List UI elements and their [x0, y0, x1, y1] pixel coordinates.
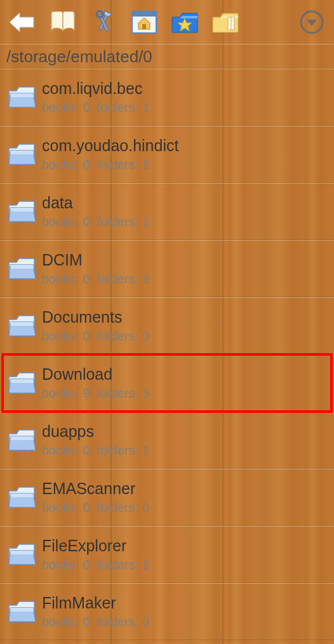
folder-meta: books: 0 folders: 1 [42, 215, 149, 229]
folder-icon [8, 199, 36, 224]
folder-text: com.youdao.hindictbooks: 0 folders: 1 [42, 137, 178, 172]
folder-text: EMAScannerbooks: 0 folders: 0 [42, 480, 149, 515]
folder-row[interactable]: com.liqvid.becbooks: 0 folders: 1 [0, 69, 334, 126]
folder-text: duappsbooks: 0 folders: 1 [42, 422, 149, 458]
folder-icon [8, 370, 36, 396]
folder-text: Documentsbooks: 0 folders: 0 [42, 308, 149, 344]
folder-name: Documents [42, 308, 149, 326]
folder-row[interactable]: FilmMakerbooks: 0 folders: 0 [0, 583, 334, 640]
folder-name: duapps [42, 422, 149, 441]
toolbar [0, 0, 334, 44]
folder-text: com.liqvid.becbooks: 0 folders: 1 [42, 79, 149, 115]
folder-row[interactable]: FileExplorerbooks: 0 folders: 1 [0, 526, 334, 583]
folder-row[interactable]: duappsbooks: 0 folders: 1 [0, 412, 334, 469]
svg-rect-6 [142, 24, 146, 29]
folder-icon [8, 542, 36, 567]
folder-text: FileExplorerbooks: 0 folders: 1 [42, 537, 149, 572]
folder-meta: books: 0 folders: 3 [42, 272, 149, 286]
folder-name: com.liqvid.bec [42, 79, 149, 98]
folder-icon [8, 427, 36, 453]
folder-text: DCIMbooks: 0 folders: 3 [42, 251, 149, 286]
folder-meta: books: 0 folders: 0 [42, 615, 149, 629]
folder-meta: books: 0 folders: 1 [42, 158, 178, 172]
folder-name: com.youdao.hindict [42, 137, 178, 155]
folder-name: DCIM [42, 251, 149, 269]
home-button[interactable] [128, 6, 160, 38]
folder-list: com.liqvid.becbooks: 0 folders: 1com.you… [0, 69, 334, 640]
folder-icon [8, 142, 36, 167]
folder-row[interactable]: com.youdao.hindictbooks: 0 folders: 1 [0, 126, 334, 183]
favorites-button[interactable] [169, 6, 201, 38]
folder-text: FilmMakerbooks: 0 folders: 0 [42, 594, 149, 629]
folder-icon [8, 313, 36, 339]
folder-text: databooks: 0 folders: 1 [42, 194, 149, 229]
svg-rect-5 [132, 11, 156, 17]
folder-icon [8, 485, 36, 510]
folder-meta: books: 0 folders: 1 [42, 558, 149, 572]
folder-name: FileExplorer [42, 537, 149, 555]
folder-row[interactable]: databooks: 0 folders: 1 [0, 183, 334, 240]
folder-row[interactable]: Downloadbooks: 9 folders: 3 [0, 354, 334, 412]
folder-row[interactable]: DCIMbooks: 0 folders: 3 [0, 240, 334, 297]
folder-meta: books: 0 folders: 0 [42, 500, 149, 515]
menu-button[interactable] [296, 6, 328, 38]
folder-icon [8, 256, 36, 281]
folder-meta: books: 0 folders: 1 [42, 100, 149, 115]
bookmarked-folder-button[interactable] [210, 6, 241, 38]
folder-name: FilmMaker [42, 594, 149, 612]
tools-button[interactable] [88, 6, 119, 38]
folder-meta: books: 0 folders: 0 [42, 329, 149, 344]
folder-name: EMAScanner [42, 480, 149, 498]
folder-icon [8, 84, 36, 110]
back-button[interactable] [6, 6, 38, 38]
folder-name: Download [42, 365, 149, 384]
folder-name: data [42, 194, 149, 212]
folder-row[interactable]: Documentsbooks: 0 folders: 0 [0, 297, 334, 354]
folder-meta: books: 0 folders: 1 [42, 443, 149, 458]
library-button[interactable] [47, 6, 79, 38]
folder-text: Downloadbooks: 9 folders: 3 [42, 365, 149, 401]
folder-row[interactable]: EMAScannerbooks: 0 folders: 0 [0, 469, 334, 526]
folder-icon [8, 599, 36, 624]
folder-meta: books: 9 folders: 3 [42, 386, 149, 401]
path-bar[interactable]: /storage/emulated/0 [0, 44, 334, 69]
